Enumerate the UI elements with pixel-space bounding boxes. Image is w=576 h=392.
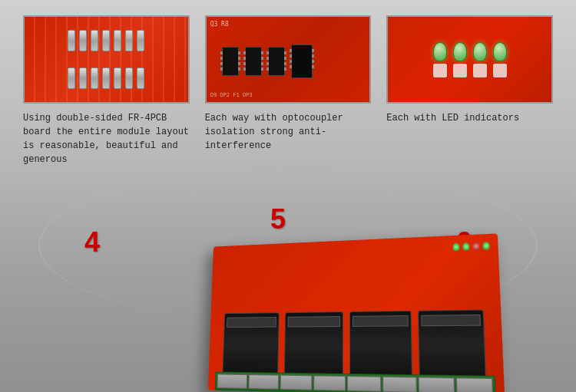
- led-base: [433, 64, 447, 77]
- pin: [137, 30, 144, 51]
- board-led-2: [462, 242, 469, 250]
- pin: [79, 30, 87, 51]
- pin: [91, 30, 98, 51]
- pin: [102, 68, 110, 89]
- led-base: [473, 64, 487, 77]
- led-group: [433, 42, 507, 77]
- terminal-pin-6: [382, 377, 417, 392]
- led-bulb: [433, 42, 447, 61]
- pin: [137, 68, 144, 89]
- pin: [125, 30, 133, 51]
- pin: [79, 68, 87, 89]
- pin: [125, 68, 133, 89]
- feature-block-6: Each with LED indicators: [386, 15, 553, 125]
- pin: [68, 30, 75, 51]
- pin: [91, 68, 98, 89]
- terminal-pin-7: [419, 377, 455, 392]
- led-indicator-4: [493, 42, 507, 77]
- terminal-pin-5: [347, 376, 381, 392]
- led-bulb: [473, 42, 487, 61]
- relay-board: [208, 233, 505, 392]
- board-led-4: [482, 242, 489, 250]
- pin: [102, 30, 110, 51]
- feature-image-4: [23, 15, 190, 104]
- led-bulb: [493, 42, 507, 61]
- led-bulb: [453, 42, 467, 61]
- relay-unit-3: [349, 311, 412, 379]
- pin: [114, 68, 121, 89]
- page-wrapper: Using double-sided FR-4PCB board the ent…: [0, 0, 576, 392]
- feature-text-4: Using double-sided FR-4PCB board the ent…: [23, 111, 190, 166]
- feature-block-5: Q3 R8 D9 OP2 F1 OP3 Each way with optoco…: [205, 15, 372, 153]
- terminal-pin-2: [248, 374, 279, 390]
- ic-chip-4: [291, 44, 313, 78]
- features-section: Using double-sided FR-4PCB board the ent…: [23, 15, 553, 166]
- terminal-pin-8: [455, 377, 493, 392]
- relay-unit-1: [222, 312, 279, 376]
- ic-chip-1: [222, 47, 239, 76]
- led-base: [493, 64, 507, 77]
- feature-text-5: Each way with optocoupler isolation stro…: [205, 111, 372, 153]
- chip-area: [222, 28, 355, 94]
- badge-4: 4: [84, 226, 100, 259]
- feature-image-6: [386, 15, 553, 104]
- bottom-board: [200, 239, 492, 392]
- pin-row-1: [68, 30, 144, 51]
- ic-chip-3: [268, 47, 285, 76]
- pin: [68, 68, 75, 89]
- terminal-pin-3: [280, 375, 312, 390]
- terminal-block: [215, 372, 496, 392]
- ic-chip-2: [245, 47, 262, 76]
- pcb-text-bottom: D9 OP2 F1 OP3: [210, 92, 253, 98]
- led-indicator-1: [433, 42, 447, 77]
- terminal-pin-1: [217, 374, 247, 388]
- feature-image-5: Q3 R8 D9 OP2 F1 OP3: [205, 15, 372, 104]
- led-indicator-2: [453, 42, 467, 77]
- led-indicator-3: [473, 42, 487, 77]
- badge-5: 5: [270, 203, 286, 236]
- pcb-text-q3r8: Q3 R8: [210, 21, 229, 28]
- feature-text-6: Each with LED indicators: [386, 111, 519, 125]
- terminal-pin-4: [313, 375, 346, 390]
- relay-components: [222, 250, 486, 380]
- board-led-3: [472, 242, 479, 251]
- board-led-1: [452, 243, 459, 251]
- led-base: [453, 64, 467, 77]
- relay-unit-4: [418, 310, 486, 380]
- pin-row-2: [68, 68, 144, 89]
- relay-unit-2: [284, 311, 343, 377]
- pin: [114, 30, 121, 51]
- feature-block-4: Using double-sided FR-4PCB board the ent…: [23, 15, 190, 166]
